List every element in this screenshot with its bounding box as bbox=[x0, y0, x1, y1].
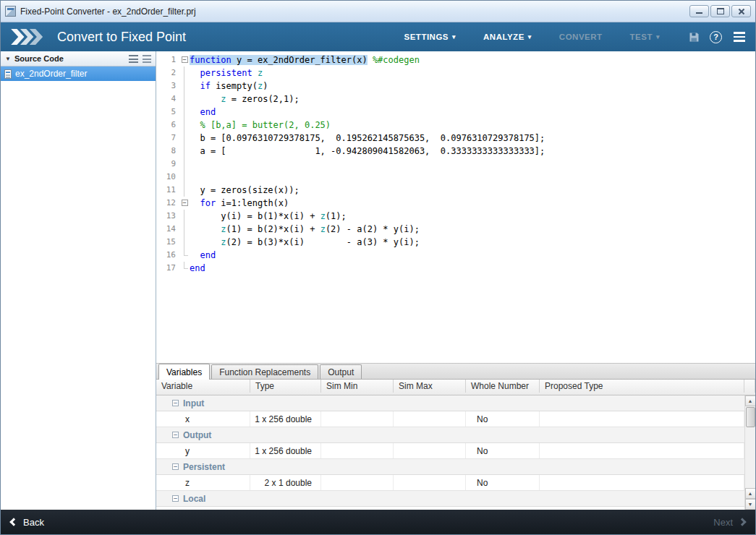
line-number: 10 bbox=[156, 171, 179, 184]
code-line[interactable]: 7 b = [0.0976310729378175, 0.19526214587… bbox=[156, 132, 755, 145]
code-line[interactable]: 10 bbox=[156, 171, 755, 184]
code-line[interactable]: 12− for i=1:length(x) bbox=[156, 197, 755, 210]
code-line[interactable]: 14 z(1) = b(2)*x(i) + z(2) - a(2) * y(i)… bbox=[156, 223, 755, 236]
toolstrip-menus: SETTINGS▾ANALYZE▾CONVERTTEST▾ bbox=[404, 33, 660, 41]
fold-gutter bbox=[179, 132, 190, 145]
line-number: 6 bbox=[156, 119, 179, 132]
fold-gutter bbox=[179, 158, 190, 171]
maximize-button[interactable] bbox=[710, 5, 730, 17]
back-button[interactable]: Back bbox=[11, 517, 44, 528]
fold-gutter bbox=[179, 236, 190, 249]
column-header-proposed-type[interactable]: Proposed Type bbox=[540, 380, 744, 393]
code-line[interactable]: 1−function y = ex_2ndOrder_filter(x) %#c… bbox=[156, 54, 755, 67]
scroll-up-button[interactable]: ▲ bbox=[745, 395, 756, 406]
fold-gutter bbox=[179, 210, 190, 223]
group-row-local[interactable]: −Local bbox=[156, 491, 744, 507]
code-text: end bbox=[190, 262, 205, 275]
scroll-up-step-button[interactable]: ▲ bbox=[745, 488, 756, 499]
cell-type: 1 x 256 double bbox=[250, 443, 321, 458]
menu-label: SETTINGS bbox=[404, 33, 449, 41]
cell-proposed-type bbox=[540, 443, 744, 458]
menu-settings[interactable]: SETTINGS▾ bbox=[404, 33, 456, 41]
chevron-down-icon: ▼ bbox=[5, 56, 11, 62]
fold-toggle[interactable]: − bbox=[179, 197, 190, 210]
cell-type: 2 x 1 double bbox=[250, 475, 321, 490]
tree-view-icon[interactable] bbox=[143, 55, 151, 63]
sidebar-item-label: ex_2ndOrder_filter bbox=[15, 69, 87, 79]
group-label: Persistent bbox=[183, 462, 225, 472]
table-row[interactable]: x1 x 256 doubleNo bbox=[156, 411, 744, 427]
table-row[interactable]: z2 x 1 doubleNo bbox=[156, 475, 744, 491]
save-icon bbox=[689, 32, 700, 43]
tab-variables[interactable]: Variables bbox=[158, 364, 210, 380]
code-line[interactable]: 3 if isempty(z) bbox=[156, 80, 755, 93]
fold-gutter bbox=[179, 80, 190, 93]
fold-gutter bbox=[179, 184, 190, 197]
line-number: 5 bbox=[156, 106, 179, 119]
menu-analyze[interactable]: ANALYZE▾ bbox=[483, 33, 532, 41]
collapse-icon[interactable]: − bbox=[172, 400, 179, 406]
line-number: 2 bbox=[156, 67, 179, 80]
source-code-header[interactable]: ▼ Source Code bbox=[1, 51, 156, 67]
cell-whole-number: No bbox=[466, 475, 540, 490]
group-label: Input bbox=[183, 398, 204, 408]
scroll-down-button[interactable]: ▼ bbox=[745, 499, 756, 510]
code-text: b = [0.0976310729378175, 0.1952621458756… bbox=[190, 132, 545, 145]
fold-gutter bbox=[179, 262, 190, 275]
column-header-type[interactable]: Type bbox=[250, 380, 321, 393]
code-line[interactable]: 8 a = [ 1, -0.942809041582063, 0.3333333… bbox=[156, 145, 755, 158]
code-editor[interactable]: 1−function y = ex_2ndOrder_filter(x) %#c… bbox=[156, 51, 755, 364]
code-text: end bbox=[190, 106, 216, 119]
group-row-input[interactable]: −Input bbox=[156, 395, 744, 411]
collapse-icon[interactable]: − bbox=[172, 432, 179, 438]
code-line[interactable]: 16 end bbox=[156, 249, 755, 262]
code-line[interactable]: 2 persistent z bbox=[156, 67, 755, 80]
code-line[interactable]: 11 y = zeros(size(x)); bbox=[156, 184, 755, 197]
code-text: y = zeros(size(x)); bbox=[190, 184, 300, 197]
list-view-icon[interactable] bbox=[129, 55, 138, 63]
cell-proposed-type bbox=[540, 475, 744, 490]
column-header-sim-max[interactable]: Sim Max bbox=[394, 380, 466, 393]
code-text: % [b,a] = butter(2, 0.25) bbox=[190, 119, 331, 132]
fold-toggle[interactable]: − bbox=[179, 54, 190, 67]
code-line[interactable]: 15 z(2) = b(3)*x(i) - a(3) * y(i); bbox=[156, 236, 755, 249]
minimize-button[interactable] bbox=[689, 5, 709, 17]
line-number: 13 bbox=[156, 210, 179, 223]
window-title: Fixed-Point Converter - ex_2ndOrder_filt… bbox=[20, 7, 196, 17]
cell-type: 1 x 256 double bbox=[250, 411, 321, 427]
code-text: end bbox=[190, 249, 216, 262]
table-row[interactable]: y1 x 256 doubleNo bbox=[156, 443, 744, 459]
collapse-icon[interactable]: − bbox=[172, 463, 179, 470]
fold-gutter bbox=[179, 67, 190, 80]
file-icon bbox=[4, 69, 12, 79]
main-area: ▼ Source Code ex_2ndOrder_filter 1−funct… bbox=[1, 51, 755, 510]
collapse-icon[interactable]: − bbox=[172, 495, 179, 502]
group-row-output[interactable]: −Output bbox=[156, 427, 744, 443]
code-line[interactable]: 5 end bbox=[156, 106, 755, 119]
sidebar-item-ex_2ndorder_filter[interactable]: ex_2ndOrder_filter bbox=[1, 67, 156, 81]
close-button[interactable] bbox=[731, 5, 751, 17]
group-row-persistent[interactable]: −Persistent bbox=[156, 459, 744, 475]
scrollbar-thumb[interactable] bbox=[746, 407, 755, 427]
tab-function-replacements[interactable]: Function Replacements bbox=[211, 364, 318, 379]
code-line[interactable]: 9 bbox=[156, 158, 755, 171]
cell-sim-max bbox=[394, 443, 466, 458]
code-line[interactable]: 4 z = zeros(2,1); bbox=[156, 93, 755, 106]
vertical-scrollbar[interactable]: ▲ ▲ ▼ bbox=[744, 395, 755, 510]
help-button[interactable]: ? bbox=[710, 31, 722, 43]
code-line[interactable]: 17end bbox=[156, 262, 755, 275]
code-line[interactable]: 13 y(i) = b(1)*x(i) + z(1); bbox=[156, 210, 755, 223]
tab-output[interactable]: Output bbox=[320, 364, 362, 379]
layout-menu-button[interactable] bbox=[732, 30, 747, 43]
fold-gutter bbox=[179, 119, 190, 132]
code-text: persistent z bbox=[190, 67, 263, 80]
footer-bar: Back Next bbox=[1, 510, 755, 534]
column-header-sim-min[interactable]: Sim Min bbox=[321, 380, 394, 393]
code-text: a = [ 1, -0.942809041582063, 0.333333333… bbox=[190, 145, 545, 158]
column-header-variable[interactable]: Variable bbox=[156, 380, 250, 393]
code-line[interactable]: 6 % [b,a] = butter(2, 0.25) bbox=[156, 119, 755, 132]
line-number: 15 bbox=[156, 236, 179, 249]
group-label: Local bbox=[183, 494, 205, 504]
toolstrip: Convert to Fixed Point SETTINGS▾ANALYZE▾… bbox=[1, 22, 755, 51]
column-header-whole-number[interactable]: Whole Number bbox=[466, 380, 540, 393]
